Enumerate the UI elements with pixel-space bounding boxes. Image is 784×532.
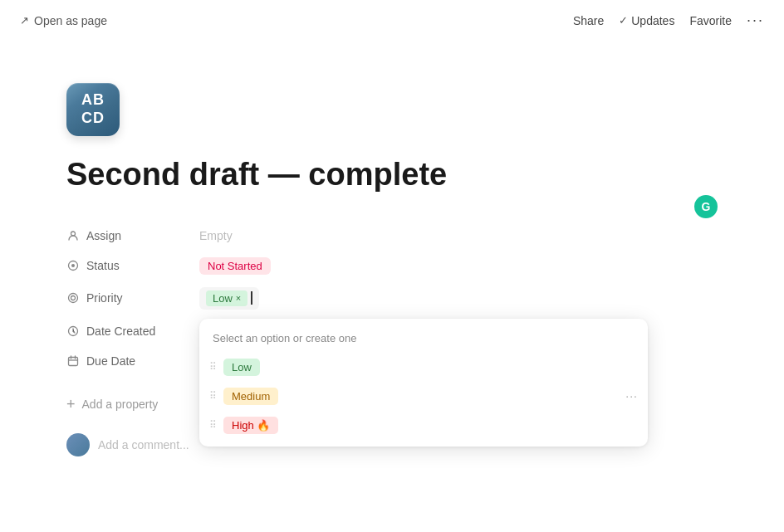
drag-handle-low: ⠿ <box>209 361 217 373</box>
check-icon: ✓ <box>619 14 628 27</box>
option-low-label: Low <box>223 359 260 376</box>
avatar <box>66 433 90 456</box>
medium-more-button[interactable]: ··· <box>625 389 638 403</box>
main-content: AB CD Second draft — complete G Assign E… <box>0 50 784 496</box>
date-created-label: Date Created <box>66 325 199 338</box>
clock-icon <box>66 325 80 338</box>
plus-icon: + <box>66 396 76 413</box>
assign-value[interactable]: Empty <box>199 229 718 242</box>
page-icon-text: AB CD <box>81 91 105 127</box>
low-tag: Low × <box>206 290 247 306</box>
priority-value[interactable]: Low × Select an option or create one ⠿ L… <box>199 287 718 310</box>
svg-point-2 <box>71 264 75 267</box>
person-icon <box>66 229 80 242</box>
more-options-button[interactable]: ··· <box>747 12 764 29</box>
svg-point-4 <box>71 296 76 300</box>
comment-input[interactable]: Add a comment... <box>98 438 189 451</box>
grammarly-icon[interactable]: G <box>694 195 718 218</box>
status-badge: Not Started <box>199 257 271 275</box>
topbar: ↗ Open as page Share ✓ Updates Favorite … <box>0 0 784 41</box>
status-icon <box>66 259 80 272</box>
low-tag-label: Low <box>213 292 233 305</box>
dropdown-header: Select an option or create one <box>199 325 648 353</box>
calendar-icon <box>66 354 80 368</box>
dropdown-option-low[interactable]: ⠿ Low <box>199 353 648 382</box>
svg-point-3 <box>69 294 78 303</box>
assign-label: Assign <box>66 229 199 242</box>
share-button[interactable]: Share <box>573 14 604 27</box>
drag-handle-medium: ⠿ <box>209 390 217 402</box>
status-row: Status Not Started <box>66 251 718 281</box>
priority-row: Priority Low × Select an option or creat… <box>66 281 718 316</box>
priority-icon <box>66 291 80 305</box>
open-as-page-button[interactable]: ↗ Open as page <box>20 14 107 27</box>
assign-row: Assign Empty <box>66 221 718 251</box>
favorite-button[interactable]: Favorite <box>689 14 732 27</box>
status-label: Status <box>66 259 199 272</box>
drag-handle-high: ⠿ <box>209 419 217 431</box>
dropdown-option-high[interactable]: ⠿ High 🔥 <box>199 411 648 440</box>
page-title[interactable]: Second draft — complete <box>66 156 718 194</box>
text-cursor <box>251 291 252 305</box>
dropdown-option-medium[interactable]: ⠿ Medium ··· <box>199 382 648 411</box>
remove-low-tag-button[interactable]: × <box>236 293 241 303</box>
svg-rect-6 <box>69 357 78 365</box>
open-page-icon: ↗ <box>20 14 29 27</box>
open-as-page-label: Open as page <box>34 14 107 27</box>
due-date-label: Due Date <box>66 354 199 368</box>
topbar-actions: Share ✓ Updates Favorite ··· <box>573 12 764 29</box>
svg-point-0 <box>71 232 76 236</box>
option-high-label: High 🔥 <box>223 417 278 434</box>
add-property-label: Add a property <box>82 398 159 411</box>
updates-label: Updates <box>631 14 674 27</box>
status-value[interactable]: Not Started <box>199 259 718 272</box>
priority-input-row[interactable]: Low × <box>199 287 259 310</box>
option-medium-label: Medium <box>223 388 278 405</box>
page-icon: AB CD <box>66 83 120 136</box>
priority-label: Priority <box>66 291 199 305</box>
priority-dropdown: Select an option or create one ⠿ Low ⠿ M… <box>199 319 648 447</box>
updates-button[interactable]: ✓ Updates <box>619 14 674 27</box>
properties-panel: Assign Empty Status Not Started <box>66 221 718 376</box>
